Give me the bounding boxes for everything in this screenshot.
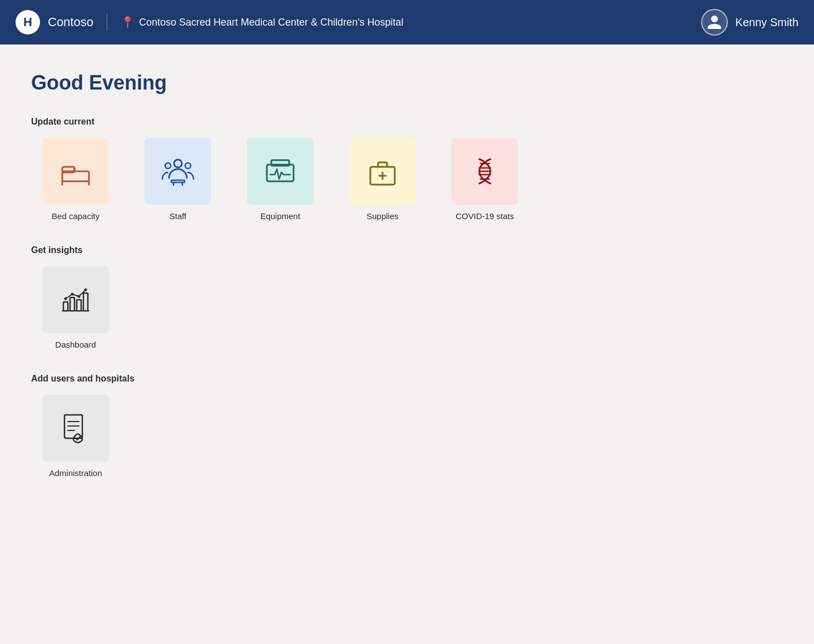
svg-point-25 — [64, 298, 67, 300]
dashboard-icon-box — [42, 266, 109, 333]
equipment-icon-box — [247, 138, 314, 205]
card-dashboard[interactable]: Dashboard — [31, 266, 120, 349]
covid-stats-label: COVID-19 stats — [455, 211, 514, 221]
svg-rect-22 — [70, 298, 75, 311]
svg-point-6 — [165, 163, 171, 169]
logo-letter: H — [23, 15, 32, 29]
hospital-name: Contoso Sacred Heart Medical Center & Ch… — [139, 17, 404, 28]
svg-rect-12 — [271, 160, 289, 166]
dashboard-icon — [58, 282, 93, 318]
section-label-insights: Get insights — [31, 245, 783, 255]
card-administration[interactable]: Administration — [31, 395, 120, 478]
svg-rect-24 — [83, 293, 88, 311]
supplies-icon — [365, 153, 400, 189]
administration-icon — [58, 410, 93, 446]
greeting-heading: Good Evening — [31, 71, 783, 95]
card-equipment[interactable]: Equipment — [236, 138, 325, 221]
user-avatar — [701, 9, 728, 36]
add-users-cards: Administration — [31, 395, 783, 478]
staff-icon — [160, 153, 196, 189]
svg-point-28 — [85, 289, 87, 291]
bed-capacity-label: Bed capacity — [52, 211, 100, 221]
update-current-cards: Bed capacity — [31, 138, 783, 221]
bed-capacity-icon — [58, 153, 93, 189]
user-profile[interactable]: Kenny Smith — [701, 9, 798, 36]
header-divider — [107, 13, 107, 31]
section-label-add-users: Add users and hospitals — [31, 374, 783, 384]
svg-point-26 — [71, 293, 74, 296]
staff-label: Staff — [170, 211, 187, 221]
section-update-current: Update current Bed capacity — [31, 117, 783, 221]
covid-stats-icon-box — [451, 138, 518, 205]
card-staff[interactable]: Staff — [133, 138, 222, 221]
app-header: H Contoso 📍 Contoso Sacred Heart Medical… — [0, 0, 814, 44]
app-logo: H — [16, 10, 40, 34]
hospital-location: 📍 Contoso Sacred Heart Medical Center & … — [121, 16, 701, 29]
bed-capacity-icon-box — [42, 138, 109, 205]
card-covid-stats[interactable]: COVID-19 stats — [440, 138, 529, 221]
section-get-insights: Get insights — [31, 245, 783, 349]
card-supplies[interactable]: Supplies — [338, 138, 427, 221]
section-add-users: Add users and hospitals — [31, 374, 783, 478]
supplies-label: Supplies — [366, 211, 399, 221]
equipment-label: Equipment — [260, 211, 300, 221]
dashboard-label: Dashboard — [55, 340, 96, 349]
app-name: Contoso — [48, 15, 93, 29]
svg-rect-1 — [62, 167, 75, 172]
svg-rect-11 — [267, 165, 294, 181]
main-content: Good Evening Update current Bed capacity — [0, 44, 814, 644]
covid-stats-icon — [467, 153, 503, 189]
section-label-update: Update current — [31, 117, 783, 127]
user-name: Kenny Smith — [736, 16, 798, 29]
insights-cards: Dashboard — [31, 266, 783, 349]
administration-icon-box — [42, 395, 109, 462]
card-bed-capacity[interactable]: Bed capacity — [31, 138, 120, 221]
svg-point-7 — [185, 163, 191, 169]
svg-point-5 — [174, 160, 182, 167]
location-icon: 📍 — [121, 16, 135, 29]
administration-label: Administration — [49, 468, 102, 478]
svg-point-27 — [78, 295, 81, 298]
svg-rect-23 — [77, 300, 81, 311]
svg-rect-21 — [63, 302, 68, 311]
supplies-icon-box — [349, 138, 416, 205]
equipment-icon — [262, 153, 298, 189]
staff-icon-box — [145, 138, 211, 205]
